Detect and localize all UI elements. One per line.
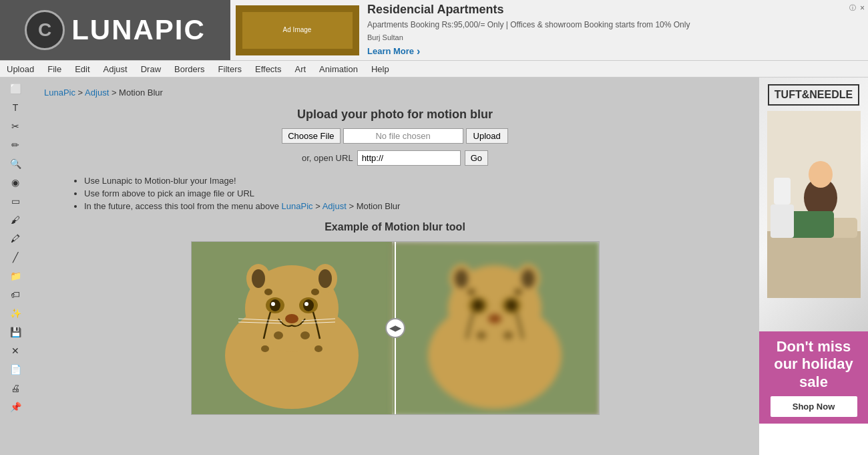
svg-point-42 bbox=[514, 289, 522, 295]
file-chosen-label: No file chosen bbox=[343, 128, 463, 144]
instruction-sep2: > bbox=[349, 201, 356, 211]
example-title: Example of Motion blur tool bbox=[44, 221, 746, 233]
pencil-tool[interactable]: ✏ bbox=[5, 136, 25, 154]
url-input[interactable] bbox=[357, 150, 461, 166]
ad-close-icon[interactable]: × bbox=[860, 3, 865, 13]
instruction-1: Use Lunapic to Motion-blur your Image! bbox=[84, 176, 236, 186]
tuft-needle-brand: TUFT&NEEDLE bbox=[759, 78, 868, 331]
ad-info-icon[interactable]: ⓘ bbox=[849, 3, 856, 13]
right-ad-image: TUFT&NEEDLE bbox=[759, 78, 868, 331]
ad-subtitle: Burj Sultan bbox=[367, 33, 863, 41]
ad-title: Residencial Apartments bbox=[367, 3, 863, 17]
save-tool[interactable]: 💾 bbox=[5, 323, 25, 341]
svg-point-39 bbox=[506, 299, 517, 311]
right-ad-bottom: Don't miss our holiday sale Shop Now bbox=[759, 331, 868, 424]
sale-text: Don't miss our holiday sale bbox=[766, 338, 861, 391]
svg-point-9 bbox=[252, 269, 265, 288]
instruction-sep1: > bbox=[315, 201, 322, 211]
tn-product-image bbox=[767, 111, 861, 298]
svg-point-40 bbox=[488, 314, 501, 323]
nav-adjust[interactable]: Adjust bbox=[97, 61, 134, 77]
nav-menu: Upload File Edit Adjust Draw Borders Fil… bbox=[0, 60, 868, 78]
folder-tool[interactable]: 📁 bbox=[5, 267, 25, 285]
nav-edit[interactable]: Edit bbox=[68, 61, 96, 77]
image-compare[interactable]: ◀▶ bbox=[191, 241, 600, 415]
eyedropper-tool[interactable]: 🖍 bbox=[5, 230, 25, 247]
learn-more-arrow-icon: › bbox=[417, 45, 420, 57]
print-tool[interactable]: 🖨 bbox=[5, 380, 25, 397]
upload-title: Upload your photo for motion blur bbox=[44, 108, 746, 122]
svg-rect-52 bbox=[774, 178, 791, 204]
ad-image: Ad Image bbox=[236, 5, 359, 55]
stamp-tool[interactable]: 📌 bbox=[5, 398, 25, 416]
header-ad: ⓘ × Ad Image Residencial Apartments Apar… bbox=[230, 0, 868, 60]
svg-point-34 bbox=[455, 269, 468, 288]
compare-handle[interactable]: ◀▶ bbox=[385, 318, 405, 338]
nav-help[interactable]: Help bbox=[365, 61, 396, 77]
svg-point-18 bbox=[264, 289, 272, 295]
upload-button[interactable]: Upload bbox=[466, 128, 508, 144]
ad-description: Apartments Booking Rs:95,000/= Only | Of… bbox=[367, 19, 863, 31]
tag-tool[interactable]: 🏷 bbox=[5, 286, 25, 303]
svg-point-20 bbox=[274, 331, 283, 339]
brush-tool[interactable]: 🖌 bbox=[5, 211, 25, 229]
breadcrumb-sep1: > bbox=[78, 88, 85, 98]
breadcrumb-current: Motion Blur bbox=[119, 88, 163, 98]
svg-point-16 bbox=[304, 302, 308, 306]
right-ad-content: TUFT&NEEDLE bbox=[759, 78, 868, 455]
breadcrumb: LunaPic > Adjust > Motion Blur bbox=[44, 88, 746, 98]
svg-point-14 bbox=[303, 299, 314, 311]
crop-tool[interactable]: ✂ bbox=[5, 118, 25, 135]
effects-tool[interactable]: ✨ bbox=[5, 305, 25, 322]
main-content: LunaPic > Adjust > Motion Blur Upload yo… bbox=[31, 78, 759, 455]
svg-text:Ad Image: Ad Image bbox=[283, 26, 312, 33]
nav-art[interactable]: Art bbox=[288, 61, 312, 77]
logo-text: LUNAPIC bbox=[71, 14, 206, 46]
choose-file-button[interactable]: Choose File bbox=[282, 128, 340, 144]
header: C LUNAPIC ⓘ × Ad Image Residencial Apart… bbox=[0, 0, 868, 60]
zoom-tool[interactable]: 🔍 bbox=[5, 155, 25, 172]
shop-now-button[interactable]: Shop Now bbox=[771, 396, 857, 417]
svg-point-41 bbox=[467, 289, 475, 295]
nav-animation[interactable]: Animation bbox=[312, 61, 365, 77]
instruction-adjust-link[interactable]: Adjust bbox=[322, 201, 347, 211]
logo-area: C LUNAPIC bbox=[0, 0, 230, 60]
instruction-3-prefix: In the future, access this tool from the… bbox=[84, 201, 282, 211]
svg-point-23 bbox=[314, 345, 322, 352]
select-tool[interactable]: ⬜ bbox=[5, 80, 25, 98]
go-button[interactable]: Go bbox=[465, 150, 488, 166]
compare-arrows-icon: ◀▶ bbox=[389, 323, 401, 333]
svg-point-10 bbox=[318, 269, 332, 288]
rectangle-tool[interactable]: ▭ bbox=[5, 192, 25, 210]
text-tool[interactable]: T bbox=[5, 99, 25, 116]
right-sidebar-ad: TUFT&NEEDLE bbox=[759, 78, 868, 455]
breadcrumb-sep2: > bbox=[112, 88, 119, 98]
nav-effects[interactable]: Effects bbox=[248, 61, 288, 77]
logo-icon: C bbox=[25, 10, 65, 50]
svg-point-13 bbox=[270, 299, 280, 311]
url-row: or, open URL Go bbox=[44, 150, 746, 166]
instructions: Use Lunapic to Motion-blur your Image! U… bbox=[44, 176, 746, 211]
learn-more-link[interactable]: Learn More › bbox=[367, 45, 863, 57]
compare-image-left bbox=[192, 242, 392, 415]
instruction-lunapic-link[interactable]: LunaPic bbox=[282, 201, 313, 211]
breadcrumb-lunapic[interactable]: LunaPic bbox=[44, 88, 75, 98]
url-label: or, open URL bbox=[302, 153, 353, 163]
document-tool[interactable]: 📄 bbox=[5, 361, 25, 378]
svg-point-43 bbox=[477, 331, 486, 339]
line-tool[interactable]: ╱ bbox=[5, 249, 25, 266]
upload-row: Choose File No file chosen Upload bbox=[44, 128, 746, 144]
fill-tool[interactable]: ◉ bbox=[5, 174, 25, 191]
nav-borders[interactable]: Borders bbox=[168, 61, 212, 77]
breadcrumb-adjust[interactable]: Adjust bbox=[85, 88, 109, 98]
ad-content: Residencial Apartments Apartments Bookin… bbox=[367, 3, 863, 57]
close-tool[interactable]: ✕ bbox=[5, 342, 25, 359]
nav-draw[interactable]: Draw bbox=[134, 61, 168, 77]
svg-point-38 bbox=[473, 299, 483, 311]
svg-point-19 bbox=[311, 289, 319, 295]
nav-upload[interactable]: Upload bbox=[0, 61, 41, 77]
nav-file[interactable]: File bbox=[41, 61, 68, 77]
nav-filters[interactable]: Filters bbox=[212, 61, 248, 77]
svg-point-15 bbox=[271, 302, 275, 306]
svg-point-35 bbox=[521, 269, 535, 288]
